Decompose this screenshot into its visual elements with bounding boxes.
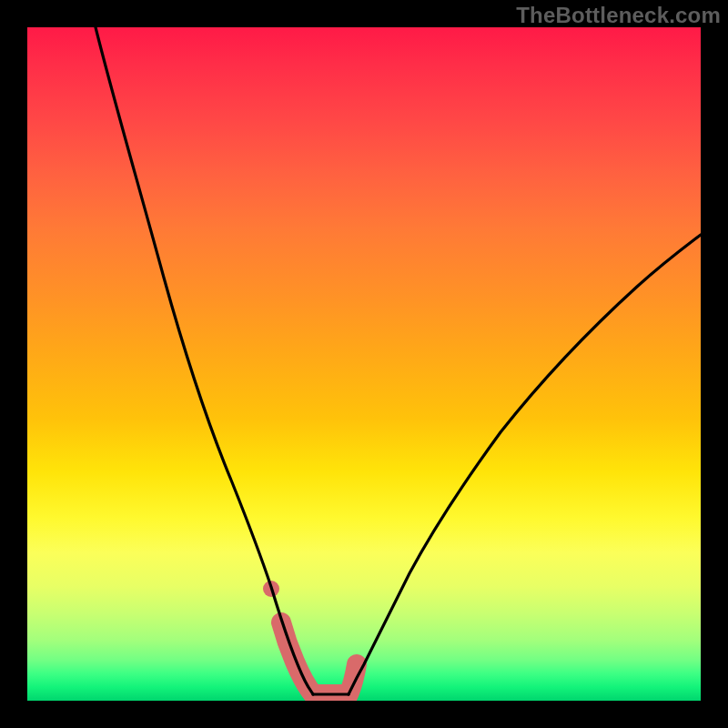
watermark-text: TheBottleneck.com (516, 3, 721, 28)
outer-frame: TheBottleneck.com (0, 0, 728, 728)
plot-area (27, 27, 701, 701)
highlight-band (281, 622, 357, 694)
right-curve (349, 235, 701, 694)
left-curve (96, 27, 313, 694)
bottleneck-curve-chart (27, 27, 701, 701)
